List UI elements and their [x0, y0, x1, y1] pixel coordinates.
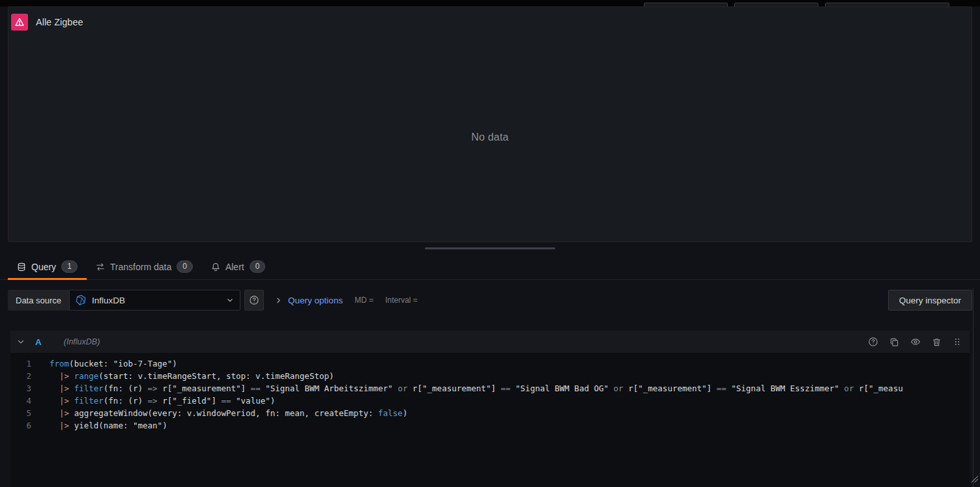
bell-icon: [211, 262, 220, 271]
panel-resize-row: [8, 242, 972, 254]
query-options-md: MD =: [354, 296, 373, 305]
panel: Alle Zigbee No data: [8, 7, 972, 242]
question-circle-icon: [249, 295, 259, 305]
query-help-icon[interactable]: [868, 337, 878, 347]
no-data-message: No data: [8, 132, 972, 143]
datasource-help-button[interactable]: [244, 290, 264, 311]
editor-tabs: Query 1 Transform data 0 Alert 0: [0, 254, 980, 280]
datasource-label: Data source: [8, 290, 69, 311]
code-line: |> filter(fn: (r) => r["_measurement"] =…: [50, 382, 970, 395]
tab-alert[interactable]: Alert 0: [202, 254, 274, 279]
code-line: |> aggregateWindow(every: v.windowPeriod…: [50, 407, 970, 419]
scroll-track[interactable]: [973, 288, 973, 487]
code-lines: from(bucket: "iob-7-Tage") |> range(star…: [47, 357, 970, 487]
tab-alert-count: 0: [250, 260, 266, 273]
tab-query-count: 1: [61, 260, 78, 273]
delete-query-icon[interactable]: [932, 337, 942, 347]
query-toolbar: Data source InfluxDB Query options MD = …: [8, 290, 972, 311]
database-icon: [17, 262, 26, 271]
line-number: 4: [10, 395, 31, 407]
code-line: |> filter(fn: (r) => r["_field"] == "val…: [50, 395, 970, 407]
alert-state-chip[interactable]: [11, 14, 28, 31]
resize-corner-icon[interactable]: [970, 474, 979, 486]
collapse-chevron-icon[interactable]: [17, 338, 25, 346]
query-row-header: A (InfluxDB): [10, 331, 970, 353]
transform-icon: [96, 262, 105, 271]
query-inspector-button[interactable]: Query inspector: [888, 290, 972, 311]
tab-transform[interactable]: Transform data 0: [87, 254, 202, 279]
panel-area: Alle Zigbee No data: [8, 7, 972, 254]
tab-query[interactable]: Query 1: [8, 254, 87, 279]
tab-transform-label: Transform data: [110, 262, 171, 272]
query-options-toggle[interactable]: Query options MD = Interval =: [274, 296, 418, 305]
code-line: |> range(start: v.timeRangeStart, stop: …: [50, 370, 970, 382]
line-number: 2: [10, 370, 31, 382]
top-bar: [0, 0, 980, 7]
flux-code-editor[interactable]: 123456 from(bucket: "iob-7-Tage") |> ran…: [10, 353, 970, 487]
hide-query-icon[interactable]: [910, 337, 921, 347]
influxdb-logo-icon: [75, 294, 87, 306]
datasource-picker[interactable]: InfluxDB: [69, 290, 240, 311]
line-number: 5: [10, 407, 31, 419]
duplicate-query-icon[interactable]: [889, 337, 899, 347]
code-line: from(bucket: "iob-7-Tage"): [50, 357, 970, 370]
alert-triangle-icon: [14, 17, 25, 27]
code-line: |> yield(name: "mean"): [50, 419, 970, 432]
line-number: 1: [10, 357, 31, 370]
query-options-label: Query options: [288, 296, 343, 305]
chevron-down-icon: [225, 296, 235, 305]
query-datasource-hint: (InfluxDB): [64, 337, 100, 346]
tab-alert-label: Alert: [225, 262, 244, 272]
line-number: 6: [10, 419, 31, 432]
drag-handle-icon[interactable]: [953, 337, 962, 346]
query-row-actions: [868, 337, 962, 347]
query-options-interval: Interval =: [385, 296, 418, 305]
tab-query-label: Query: [31, 262, 56, 272]
chevron-right-icon: [274, 296, 283, 305]
tab-transform-count: 0: [177, 260, 193, 273]
panel-header: Alle Zigbee: [8, 7, 972, 31]
query-ref-id[interactable]: A: [35, 337, 42, 347]
panel-title[interactable]: Alle Zigbee: [36, 17, 83, 27]
datasource-value: InfluxDB: [92, 296, 220, 305]
code-gutter: 123456: [10, 357, 47, 487]
query-row-a: A (InfluxDB): [10, 331, 970, 487]
panel-resize-handle[interactable]: [425, 247, 555, 249]
line-number: 3: [10, 382, 31, 395]
